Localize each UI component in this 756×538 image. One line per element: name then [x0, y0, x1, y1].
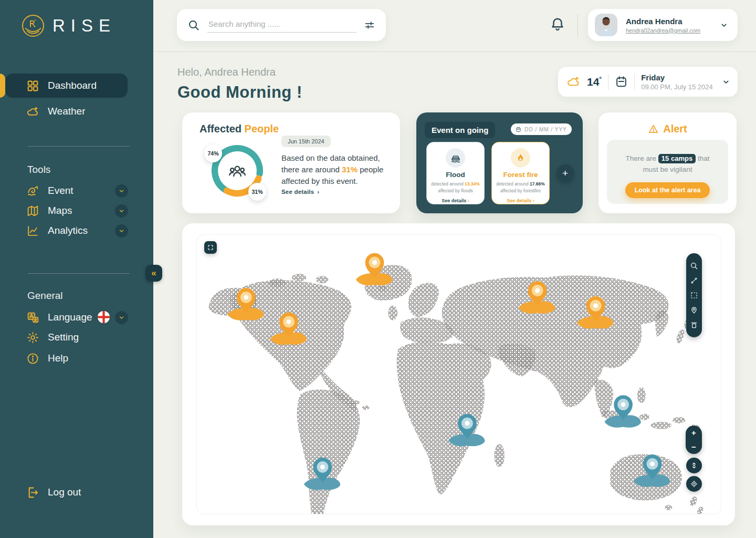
- zoom-in-button[interactable]: +: [691, 429, 696, 437]
- filter-icon[interactable]: [364, 19, 375, 31]
- add-event-button[interactable]: +: [556, 164, 574, 182]
- logout-label: Log out: [48, 487, 81, 498]
- weather-sun-cloud-icon: [566, 75, 581, 89]
- dotted-world-map: [197, 235, 721, 514]
- map-delete-icon[interactable]: [690, 320, 698, 329]
- weather-day: Friday: [641, 73, 716, 82]
- notifications-bell-icon[interactable]: [550, 16, 565, 32]
- card-title: Affected: [200, 123, 245, 134]
- brand-name: RISE: [52, 16, 116, 36]
- map-search-icon[interactable]: [690, 262, 698, 270]
- profile-chevron-down-icon[interactable]: [720, 21, 728, 29]
- chevron-right-icon: ›: [468, 198, 469, 203]
- rise-logo-icon: [21, 14, 45, 38]
- sidebar-item-help[interactable]: Help: [5, 349, 128, 368]
- calendar-icon: [516, 127, 521, 132]
- sidebar-item-setting[interactable]: Setting: [5, 328, 128, 347]
- sidebar-item-analytics[interactable]: Analytics: [5, 221, 128, 240]
- user-name: Andrea Hendra: [626, 17, 711, 26]
- event-percent: 13.34%: [465, 181, 480, 187]
- event-date-picker[interactable]: DD / MM / YYY: [511, 123, 572, 135]
- map-pan-button[interactable]: [686, 458, 702, 473]
- user-email: hendra02andrea@gmail.com: [626, 27, 711, 34]
- tools-section-label: Tools: [27, 164, 50, 175]
- map-select-area-icon[interactable]: [690, 291, 698, 299]
- event-card-forest-fire[interactable]: Forest fire detected around 17.66%affect…: [491, 142, 550, 204]
- weather-widget[interactable]: 14° Friday 09.00 PM, July 15 2024: [558, 67, 738, 97]
- language-icon: [26, 311, 39, 324]
- map-fullscreen-button[interactable]: [204, 241, 217, 254]
- alert-area-button[interactable]: Look at the alert area: [625, 182, 710, 198]
- search-icon: [187, 19, 200, 32]
- sidebar-item-label: Analytics: [48, 225, 88, 236]
- event-see-details-link[interactable]: See details ›: [427, 198, 484, 203]
- help-icon: [26, 352, 39, 365]
- logout-button[interactable]: Log out: [5, 483, 128, 502]
- sidebar-item-label: Maps: [48, 205, 72, 216]
- warning-icon: [648, 123, 659, 134]
- event-expand-button[interactable]: [115, 184, 128, 198]
- analytics-expand-button[interactable]: [115, 224, 128, 237]
- topbar-separator: [578, 15, 578, 37]
- event-description: detected around 17.66%affected by forest…: [492, 181, 549, 194]
- event-name: Forest fire: [492, 171, 549, 179]
- map-toolbar: [686, 253, 702, 337]
- england-flag-icon: [98, 311, 110, 323]
- sidebar-divider: [28, 273, 130, 274]
- events-card-title: Event on going: [425, 122, 495, 138]
- weather-chevron-down-icon[interactable]: [722, 78, 730, 86]
- topbar-divider: [153, 51, 756, 52]
- active-indicator: [0, 74, 5, 98]
- map-measure-icon[interactable]: [690, 276, 698, 285]
- sidebar-item-event[interactable]: Event: [5, 181, 128, 200]
- donut-teal-label: 74%: [204, 144, 222, 162]
- affected-percent: 31%: [342, 165, 358, 174]
- sidebar-item-weather[interactable]: Weather: [5, 101, 128, 122]
- event-description: detected around 13.34%affected by floods: [427, 181, 484, 194]
- map-locate-button[interactable]: [686, 476, 702, 492]
- sidebar-collapse-button[interactable]: «: [145, 265, 162, 282]
- sidebar-item-label: Language: [48, 312, 92, 323]
- sidebar-item-label: Dashboard: [48, 80, 97, 91]
- analytics-icon: [26, 224, 39, 237]
- world-map-canvas[interactable]: [196, 234, 721, 514]
- alert-title: Alert: [663, 123, 687, 135]
- general-section-label: General: [27, 290, 63, 302]
- chevron-right-icon: ›: [533, 198, 534, 203]
- sidebar-item-label: Event: [48, 185, 74, 196]
- alert-text: There are 15 camps that must be vigilant: [621, 153, 715, 175]
- affected-see-details-link[interactable]: See details›: [281, 189, 319, 195]
- sidebar-item-dashboard[interactable]: Dashboard: [5, 74, 128, 98]
- forest-fire-icon: [511, 148, 530, 168]
- card-title-accent: People: [245, 123, 279, 134]
- event-percent: 17.66%: [530, 181, 545, 187]
- alert-card: Alert There are 15 camps that must be vi…: [598, 112, 737, 213]
- setting-icon: [26, 331, 39, 344]
- event-see-details-link[interactable]: See details ›: [492, 198, 549, 203]
- dashboard-icon: [26, 79, 39, 92]
- continents: [208, 265, 704, 514]
- avatar: [595, 14, 617, 36]
- maps-expand-button[interactable]: [115, 204, 128, 218]
- event-card-flood[interactable]: Flood detected around 13.34%affected by …: [426, 142, 485, 204]
- language-expand-button[interactable]: [115, 311, 128, 324]
- sidebar-item-label: Setting: [48, 332, 79, 343]
- calendar-icon: [615, 75, 628, 88]
- weather-datetime: 09.00 PM, July 15 2024: [641, 83, 716, 91]
- search-input[interactable]: [207, 17, 356, 33]
- brand: RISE: [21, 14, 116, 38]
- date-placeholder: DD / MM / YYY: [524, 127, 567, 132]
- zoom-out-button[interactable]: −: [691, 443, 696, 451]
- user-profile[interactable]: Andrea Hendra hendra02andrea@gmail.com: [588, 9, 738, 41]
- events-ongoing-card: Event on going DD / MM / YYY Flood detec…: [416, 112, 583, 213]
- sidebar-item-label: Help: [48, 353, 68, 364]
- maps-icon: [26, 204, 39, 218]
- degree-symbol: °: [599, 76, 602, 83]
- map-zoom-control: + −: [686, 426, 702, 454]
- map-pin-tool-icon[interactable]: [690, 306, 698, 314]
- search-bar: [177, 9, 386, 41]
- sidebar-item-maps[interactable]: Maps: [5, 201, 128, 220]
- greeting-subtitle: Helo, Andrea Hendra: [177, 66, 276, 78]
- flood-icon: [446, 148, 465, 168]
- affected-description: Based on the data obtained, there are ar…: [281, 152, 387, 187]
